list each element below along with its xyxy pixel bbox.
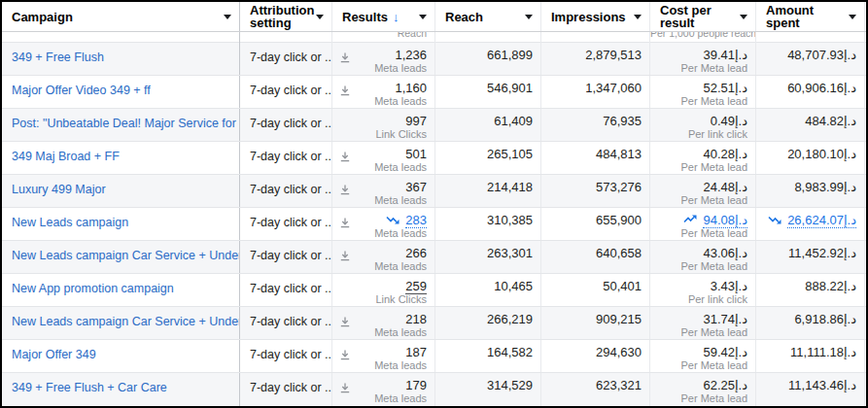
column-label: Attribution setting [250,4,314,29]
campaign-link[interactable]: Post: "Unbeatable Deal! Major Service fo… [2,109,239,131]
download-icon[interactable] [339,50,351,61]
campaign-link[interactable]: 349 + Free Flush + Car Care [2,373,239,395]
download-icon[interactable] [339,215,351,226]
table-row: Major Offer 349 7-day click or ... 187 M… [2,340,866,373]
results-type-label: Link Clicks [340,293,427,306]
reach-value: 266,219 [435,307,540,326]
reach-value: 10,465 [435,274,540,293]
column-header-cost-per-result[interactable]: Cost per result [650,2,756,31]
impressions-value: 484,813 [541,142,649,161]
attribution-setting-value: 7-day click or ... [240,76,331,98]
reach-value: 661,899 [435,43,540,62]
attribution-setting-value: 7-day click or ... [240,142,331,164]
cost-type-label: Per Meta lead [658,161,747,174]
results-value: 501 [405,147,427,161]
download-icon[interactable] [339,149,351,160]
column-label: Reach [445,11,483,23]
cost-per-result-value: 31.74د.إ [703,312,747,326]
impressions-value: 294,630 [541,340,649,359]
column-header-reach[interactable]: Reach [435,2,541,31]
results-type-label: Meta leads [340,161,427,174]
chevron-down-icon[interactable] [740,15,747,19]
campaign-link[interactable]: New Leads campaign Car Service + Undergr… [2,241,239,263]
impressions-value: 50,401 [541,274,649,293]
clipped-cost-sublabel: Per 1,000 people reach... [650,32,755,39]
column-header-impressions[interactable]: Impressions [541,2,650,31]
cost-type-label: Per Meta lead [658,359,747,372]
impressions-value: 76,935 [541,109,649,128]
cost-type-label: Per Meta lead [658,194,747,207]
campaign-link[interactable]: 349 + Free Flush [2,43,239,65]
cost-per-result-value: 40.28د.إ [703,147,747,161]
amount-spent-value: 888.22د.إ [805,279,856,293]
reach-value: 214,418 [435,175,540,194]
cost-per-result-value: 52.51د.إ [703,81,747,95]
column-label: Campaign [12,11,73,23]
campaign-link[interactable]: Major Offer Video 349 + ff [2,76,239,98]
reach-value: 546,901 [435,76,540,95]
table-row: 349 + Free Flush + Car Care 7-day click … [2,373,866,406]
chevron-down-icon[interactable] [316,15,324,19]
reach-value: 61,409 [435,109,540,128]
column-label: Results [342,11,388,23]
cost-type-label: Per Meta lead [658,260,747,273]
cost-per-result-value: 24.48د.إ [703,180,747,194]
reach-value: 314,529 [435,373,540,392]
cost-type-label: Per Meta lead [658,62,747,75]
column-header-campaign[interactable]: Campaign [2,2,240,31]
amount-spent-value[interactable]: 26,624.07د.إ [787,213,856,228]
table-row: New Leads campaign 7-day click or ... [2,208,866,241]
chevron-down-icon[interactable] [634,15,642,19]
attribution-setting-value: 7-day click or ... [240,208,331,230]
chevron-down-icon[interactable] [419,15,427,19]
clipped-results-sublabel: Reach [332,32,434,39]
column-header-amount-spent[interactable]: Amount spent [756,2,865,31]
chevron-down-icon[interactable] [224,15,231,19]
amount-spent-value: 48,707.93د.إ [787,48,856,62]
download-icon[interactable] [339,248,351,259]
chevron-down-icon[interactable] [525,15,533,19]
campaign-link[interactable]: Luxury 499 Major [2,175,239,197]
campaign-link[interactable]: New Leads campaign [2,208,239,230]
download-icon[interactable] [339,314,351,325]
cost-type-label: Per link click [658,128,747,141]
amount-spent-value: 11,143.46د.إ [788,378,856,392]
cost-type-label: Per link click [658,293,747,306]
campaign-link[interactable]: New App promotion campaign [2,274,239,296]
impressions-value: 655,900 [541,208,649,227]
download-icon[interactable] [339,380,351,391]
results-type-label: Meta leads [340,95,427,108]
column-label: Cost per result [660,4,736,29]
campaign-link[interactable]: New Leads campaign Car Service + Undergr… [2,307,239,329]
download-icon[interactable] [339,182,351,193]
download-icon[interactable] [339,83,351,94]
results-value[interactable]: 283 [405,213,427,228]
results-type-label: Meta leads [340,227,427,240]
results-value: 259 [405,279,427,294]
results-value: 218 [405,312,427,326]
cost-type-label: Per Meta lead [658,95,747,108]
column-header-results[interactable]: Results ↓ [332,2,435,31]
results-value: 1,160 [395,81,427,95]
download-icon[interactable] [339,347,351,358]
results-value: 367 [405,180,427,194]
cost-per-result-value: 43.06د.إ [703,246,747,260]
table-row: New App promotion campaign 7-day click o… [2,274,866,307]
cost-per-result-value[interactable]: 94.08د.إ [703,213,747,228]
attribution-setting-value: 7-day click or ... [240,340,331,362]
attribution-setting-value: 7-day click or ... [240,274,331,296]
column-header-attribution-setting[interactable]: Attribution setting [240,2,332,31]
sort-descending-icon: ↓ [393,10,399,24]
campaign-link[interactable]: Major Offer 349 [2,340,239,362]
table-row: 349 + Free Flush 7-day click or ... 1,23… [2,43,866,76]
attribution-setting-value: 7-day click or ... [240,241,331,263]
impressions-value: 1,347,060 [541,76,649,95]
cost-type-label: Per Meta lead [658,227,747,240]
campaign-link[interactable]: 349 Maj Broad + FF [2,142,239,164]
results-type-label: Meta leads [340,260,427,273]
column-label: Amount spent [766,4,845,29]
impressions-value: 640,658 [541,241,649,260]
results-type-label: Meta leads [340,194,427,207]
chevron-down-icon[interactable] [849,15,856,19]
table-row: Major Offer Video 349 + ff 7-day click o… [2,76,866,109]
